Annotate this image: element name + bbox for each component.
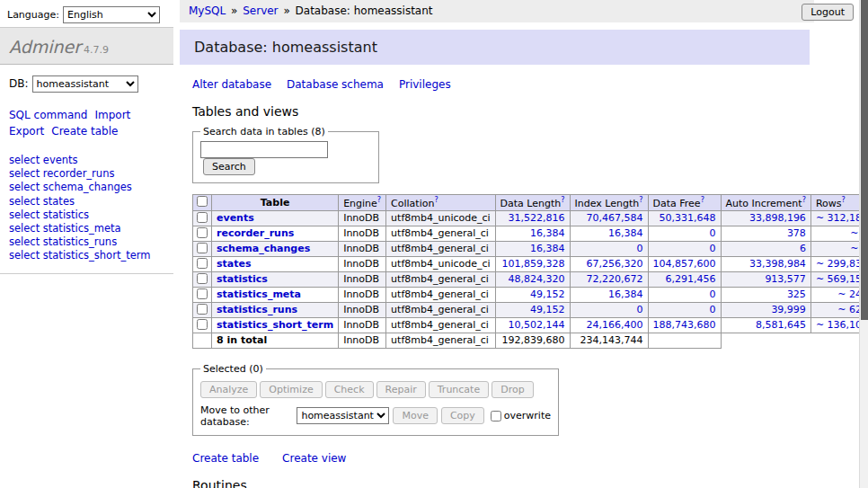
table-name-link[interactable]: states <box>217 258 252 270</box>
help-link[interactable]: ? <box>639 196 642 204</box>
search-input[interactable] <box>200 141 328 158</box>
sidebar-table-link[interactable]: select recorder_runs <box>9 167 164 181</box>
table-name-link[interactable]: statistics <box>217 273 268 285</box>
row-checkbox[interactable] <box>197 319 208 330</box>
import-link[interactable]: Import <box>94 109 130 121</box>
db-label: DB: <box>9 77 29 90</box>
table-name-link[interactable]: statistics_runs <box>217 304 297 315</box>
sidebar-table-link[interactable]: select statistics_runs <box>9 235 164 249</box>
col-header-data-length: Data Length? <box>495 195 570 211</box>
table-name-link[interactable]: events <box>217 212 254 224</box>
move-button[interactable]: Move <box>393 407 438 424</box>
data-length-cell: 16,384 <box>495 241 570 256</box>
copy-button[interactable]: Copy <box>441 407 484 424</box>
data-length-cell: 101,859,328 <box>495 256 570 271</box>
scrollbar[interactable] <box>859 0 868 488</box>
help-link[interactable]: ? <box>434 196 438 204</box>
collation-cell: utf8mb4_general_ci <box>386 287 495 302</box>
sidebar-table-link[interactable]: select statistics_short_term <box>9 249 164 262</box>
sidebar-table-list: select eventsselect recorder_runsselect … <box>0 154 173 274</box>
index-length-cell: 16,384 <box>570 226 648 241</box>
row-checkbox[interactable] <box>197 212 208 223</box>
app-name[interactable]: Adminer <box>9 37 81 57</box>
truncate-button[interactable]: Truncate <box>429 381 489 398</box>
help-link[interactable]: ? <box>561 196 564 204</box>
index-length-cell: 0 <box>570 241 648 256</box>
export-link[interactable]: Export <box>9 125 44 138</box>
create-table-link[interactable]: Create table <box>192 452 259 465</box>
main-content: Database: homeassistant Alter databaseDa… <box>180 22 868 488</box>
table-name-cell: statistics_meta <box>212 287 339 302</box>
data-free-cell: 0 <box>648 287 721 302</box>
row-checkbox[interactable] <box>197 258 208 269</box>
help-link[interactable]: ? <box>377 196 381 204</box>
row-check-cell <box>193 226 212 241</box>
sidebar-table-link[interactable]: select schema_changes <box>9 181 164 194</box>
col-header-table: Table <box>212 195 339 211</box>
sidebar-table-link[interactable]: select statistics <box>9 209 164 222</box>
table-name-cell: recorder_runs <box>212 226 339 241</box>
language-bar: Language:English <box>0 0 173 30</box>
select-all-checkbox[interactable] <box>197 196 208 207</box>
select-all-cell <box>193 195 212 211</box>
create-table-sidebar-link[interactable]: Create table <box>51 125 118 138</box>
row-checkbox[interactable] <box>197 288 208 299</box>
search-button[interactable]: Search <box>203 158 255 175</box>
alter-database-link[interactable]: Alter database <box>192 78 271 91</box>
sidebar-actions: SQL commandImport ExportCreate table <box>9 107 164 139</box>
auto-increment-cell: 8,581,645 <box>721 317 810 333</box>
row-check-cell <box>193 317 212 333</box>
breadcrumb-mysql-link[interactable]: MySQL <box>189 4 226 17</box>
overwrite-checkbox[interactable] <box>491 411 501 421</box>
data-length-cell: 31,522,816 <box>495 210 570 226</box>
col-header-auto-increment: Auto Increment? <box>721 195 810 211</box>
auto-increment-cell: 6 <box>721 241 810 256</box>
language-select[interactable]: English <box>63 6 160 23</box>
row-checkbox[interactable] <box>197 304 208 315</box>
sidebar-table-link[interactable]: select events <box>9 154 164 167</box>
row-checkbox[interactable] <box>197 227 208 238</box>
sql-command-link[interactable]: SQL command <box>9 109 87 121</box>
move-row: Move to other database: homeassistant Mo… <box>200 404 551 428</box>
collation-cell: utf8mb4_general_ci <box>386 241 495 256</box>
check-button[interactable]: Check <box>325 381 374 398</box>
row-check-cell <box>193 287 212 302</box>
table-name-link[interactable]: statistics_meta <box>217 288 301 300</box>
db-selector-row: DB:homeassistant <box>0 65 173 105</box>
breadcrumb-separator: » <box>283 4 289 17</box>
row-checkbox[interactable] <box>197 243 208 253</box>
table-name-link[interactable]: schema_changes <box>217 243 310 254</box>
sidebar-table-link[interactable]: select states <box>9 195 164 209</box>
help-link[interactable]: ? <box>701 196 704 204</box>
table-name-link[interactable]: recorder_runs <box>217 227 294 239</box>
analyze-button[interactable]: Analyze <box>200 381 257 398</box>
table-name-cell: events <box>212 210 339 226</box>
sidebar-table-link[interactable]: select statistics_meta <box>9 222 164 235</box>
data-length-cell: 16,384 <box>495 226 570 241</box>
total-check-cell <box>193 333 212 348</box>
table-name-link[interactable]: statistics_short_term <box>217 319 333 331</box>
logout-button[interactable]: Logout <box>802 4 854 21</box>
data-length-cell: 49,152 <box>495 302 570 317</box>
db-select[interactable]: homeassistant <box>32 75 138 93</box>
col-header-engine: Engine? <box>339 195 386 211</box>
table-name-cell: schema_changes <box>212 241 339 256</box>
table-name-cell: statistics <box>212 271 339 287</box>
overwrite-control: overwrite <box>490 410 551 422</box>
help-link[interactable]: ? <box>802 196 806 204</box>
help-link[interactable]: ? <box>841 196 845 204</box>
row-checkbox[interactable] <box>197 273 208 284</box>
drop-button[interactable]: Drop <box>492 381 533 398</box>
selected-fieldset: Selected (0) AnalyzeOptimizeCheckRepairT… <box>192 363 559 436</box>
privileges-link[interactable]: Privileges <box>399 78 451 91</box>
scrollbar-thumb[interactable] <box>861 0 868 320</box>
optimize-button[interactable]: Optimize <box>260 381 322 398</box>
repair-button[interactable]: Repair <box>376 381 426 398</box>
app-version: 4.7.9 <box>84 44 109 56</box>
move-db-select[interactable]: homeassistant <box>297 407 389 424</box>
create-view-link[interactable]: Create view <box>282 452 346 465</box>
database-schema-link[interactable]: Database schema <box>287 78 384 91</box>
breadcrumb: MySQL » Server » Database: homeassistant <box>180 0 814 22</box>
breadcrumb-server-link[interactable]: Server <box>243 4 278 17</box>
data-free-cell: 188,743,680 <box>648 317 721 333</box>
